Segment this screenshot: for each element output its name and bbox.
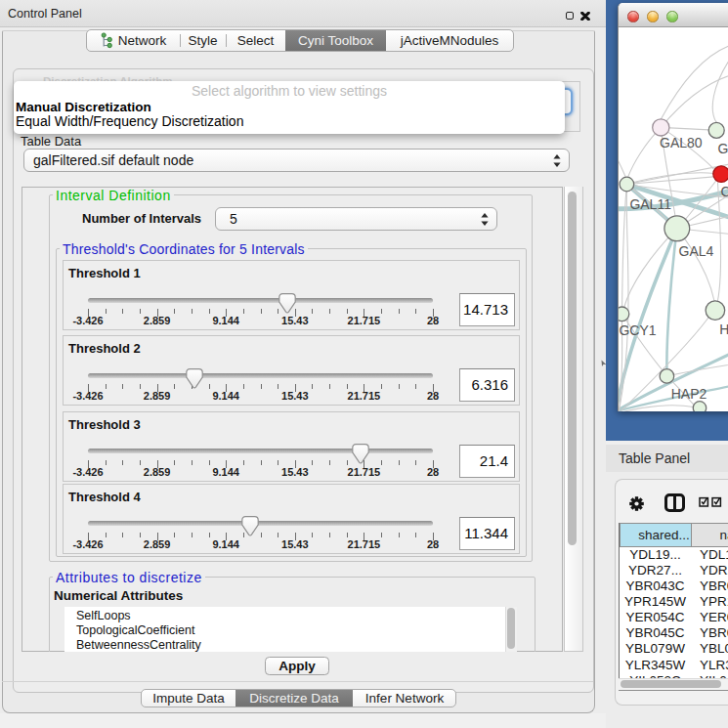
svg-text:GCY1: GCY1: [619, 322, 656, 338]
svg-text:GAL4: GAL4: [679, 243, 714, 259]
svg-text:C: C: [721, 184, 728, 199]
svg-text:G.: G.: [717, 141, 728, 156]
svg-text:HAP2: HAP2: [671, 386, 707, 402]
svg-text:GAL11: GAL11: [629, 196, 671, 212]
svg-text:GAL80: GAL80: [660, 135, 703, 150]
svg-text:H: H: [719, 321, 728, 337]
